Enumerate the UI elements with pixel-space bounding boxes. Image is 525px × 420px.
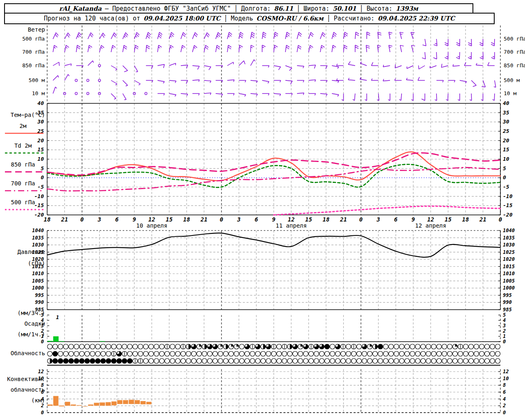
cloud-cover-symbol	[378, 358, 383, 363]
tick-label: -20	[503, 212, 513, 218]
cloud-cover-symbol	[479, 352, 484, 356]
cloud-cover-symbol	[479, 358, 484, 363]
cloud-cover-symbol	[314, 352, 319, 356]
cloud-cover-symbol	[170, 344, 175, 349]
cloud-cover-symbol	[346, 344, 351, 349]
cloud-cover-symbol	[154, 352, 159, 356]
cloud-cover-symbol	[277, 358, 282, 363]
cloud-cover-symbol	[415, 344, 420, 349]
cloud-cover-symbol	[245, 358, 250, 363]
date-label: 12 апреля	[415, 222, 446, 229]
cloud-cover-symbol	[330, 344, 335, 349]
tick-label: 12	[503, 369, 509, 374]
tick-label: 6	[41, 389, 44, 395]
cloud-cover-symbol	[101, 352, 106, 356]
tick-label: 1005	[32, 278, 44, 284]
conv-cloud-bar	[76, 405, 82, 406]
cloud-cover-symbol	[463, 358, 468, 363]
tick-label: 990	[503, 299, 512, 305]
cloud-cover-symbol	[346, 358, 351, 363]
cloud-cover-symbol	[85, 352, 90, 356]
cloud-cover-symbol	[336, 358, 340, 363]
cloud-cover-symbol	[80, 352, 84, 356]
cloud-cover-symbol	[421, 352, 426, 356]
tick-label: 985	[503, 307, 512, 313]
tick-label: 30	[502, 119, 509, 125]
tick-label: 3	[41, 323, 44, 329]
cloud-cover-symbol	[352, 358, 356, 363]
cloud-cover-symbol	[495, 352, 500, 356]
precip-bar	[100, 341, 105, 342]
cloud-cover-symbol	[64, 358, 68, 363]
cloud-cover-symbol	[74, 344, 79, 349]
cloud-cover-symbol	[80, 358, 84, 363]
tick-label: 35	[37, 110, 44, 116]
cloud-cover-symbol	[117, 358, 122, 363]
cloud-cover-symbol	[117, 344, 122, 349]
tick-label: -20	[34, 212, 44, 218]
cloud-cover-symbol	[234, 358, 239, 363]
conv-cloud-bar	[140, 401, 146, 404]
cloud-cover-symbol	[378, 344, 383, 349]
cloud-cover-symbol	[431, 344, 436, 349]
cloud-cover-symbol	[202, 358, 207, 363]
tick-label: 1005	[503, 278, 515, 284]
tick-label: 9	[272, 216, 275, 223]
cloud-cover-symbol	[202, 352, 207, 356]
cloud-cover-symbol	[341, 358, 346, 363]
tick-label: 0	[41, 410, 44, 415]
tick-label: 1035	[503, 235, 515, 241]
cloud-cover-symbol	[144, 344, 148, 349]
cloud-cover-symbol	[122, 358, 127, 363]
tick-label: 20	[37, 137, 44, 144]
tick-label: 21	[479, 216, 486, 223]
tick-label: 9	[132, 216, 136, 223]
cloud-cover-symbol	[437, 352, 442, 356]
cloud-cover-symbol	[330, 358, 335, 363]
cloud-cover-symbol	[154, 358, 159, 363]
cloud-cover-symbol	[378, 352, 383, 356]
cloud-cover-symbol	[368, 352, 372, 356]
date-label: 11 апреля	[276, 222, 307, 229]
cloud-cover-symbol	[144, 358, 148, 363]
cloud-cover-symbol	[485, 358, 490, 363]
cloud-cover-symbol	[96, 352, 100, 356]
tick-label: 8	[41, 382, 44, 388]
cloud-cover-symbol	[458, 352, 463, 356]
cloud-cover-symbol	[165, 358, 170, 363]
cloud-cover-symbol	[282, 352, 287, 356]
cloud-cover-symbol	[53, 352, 58, 356]
precip-bar	[59, 341, 64, 342]
cloud-cover-symbol	[431, 358, 436, 363]
cloud-cover-symbol	[58, 358, 63, 363]
cloud-cover-symbol	[272, 358, 276, 363]
cloud-cover-symbol	[288, 352, 292, 356]
tick-label: 40	[503, 100, 509, 106]
meteogram-svg: 500 гПа500 гПа700 гПа700 гПа850 гПа850 г…	[0, 0, 525, 420]
tick-label: 3	[502, 323, 506, 329]
cloud-cover-symbol	[144, 352, 148, 356]
cloud-cover-symbol	[208, 358, 212, 363]
cloud-cover-symbol	[272, 352, 276, 356]
cloud-cover-symbol	[495, 344, 500, 349]
cloud-cover-symbol	[224, 358, 228, 363]
cloud-cover-symbol	[399, 352, 404, 356]
cloud-cover-symbol	[160, 344, 164, 349]
cloud-cover-symbol	[186, 352, 191, 356]
conv-cloud-bar	[105, 402, 111, 406]
conv-panel: 121210108866442200	[38, 369, 509, 415]
tick-label: 15	[503, 146, 509, 153]
cloud-cover-symbol	[106, 352, 111, 356]
cloud-cover-symbol	[133, 344, 138, 349]
cloud-cover-symbol	[266, 352, 271, 356]
conv-cloud-bar	[53, 396, 59, 406]
tick-label: 1015	[32, 264, 44, 269]
wind-level-label-left: 10 м	[32, 90, 45, 96]
cloud-cover-symbol	[186, 358, 191, 363]
tick-label: 0	[499, 216, 502, 223]
wind-level-label-right: 500 м	[504, 77, 520, 83]
tick-label: 18	[462, 216, 469, 223]
cloud-cover-symbol	[410, 344, 415, 349]
wind-row-3	[53, 74, 496, 87]
cloud-cover-symbol	[368, 358, 372, 363]
